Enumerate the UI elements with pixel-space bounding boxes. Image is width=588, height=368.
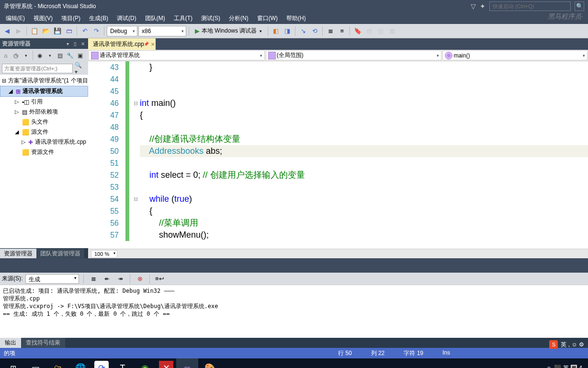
editor-zoom-bar: 100 % <box>88 249 588 258</box>
out-next-icon[interactable]: ↠ <box>115 274 125 284</box>
tab-close-icon[interactable]: ✕ <box>151 42 155 47</box>
config-combo[interactable]: Debug <box>107 26 137 36</box>
sync-icon[interactable]: ◉ <box>35 50 45 61</box>
tool-icon-1[interactable]: ◧ <box>271 26 281 36</box>
tool-icon-2[interactable]: ◨ <box>282 26 293 36</box>
output-source-combo[interactable]: 生成 <box>25 274 79 284</box>
save-all-icon[interactable]: 🗃 <box>64 26 74 36</box>
menu-分析(N)[interactable]: 分析(N) <box>225 13 252 23</box>
menu-测试(S)[interactable]: 测试(S) <box>197 13 224 23</box>
change-margin <box>125 61 131 249</box>
code-editor[interactable]: 434445464748495051525354555657 ⊟⊟ } int … <box>88 61 588 249</box>
menu-视图(V)[interactable]: 视图(V) <box>30 13 57 23</box>
editor-tab-active[interactable]: 通讯录管理系统.cpp 📌 ✕ <box>88 38 156 50</box>
solution-tree[interactable]: ⊟方案"通讯录管理系统"(1 个项目) ◢⊞ 通讯录管理系统 ▷▪◫ 引用 ▷▤… <box>0 75 88 248</box>
code-text[interactable]: } int main(){ //创建通讯录结构体变量 Addressbooks … <box>140 61 588 249</box>
status-ins: Ins <box>442 349 450 357</box>
uncomment-icon[interactable]: ≡ <box>337 26 347 36</box>
tree-headers[interactable]: 🟨 头文件 <box>0 117 88 127</box>
out-prev-icon[interactable]: ↞ <box>102 274 112 284</box>
feedback-icon[interactable]: ✦ <box>480 2 486 10</box>
close-icon[interactable]: ✕ <box>79 40 86 47</box>
notif-icon[interactable]: ▽ <box>471 2 476 10</box>
nav-scope-combo[interactable]: (全局范围) <box>266 50 442 60</box>
app-baidu-icon[interactable]: ⟳ <box>94 361 109 368</box>
tree-references[interactable]: ▷▪◫ 引用 <box>0 97 88 107</box>
visual-studio-icon[interactable]: ∞ <box>176 358 198 368</box>
browser-icon[interactable]: 🌐 <box>69 358 91 368</box>
tool-icon-a[interactable]: ▤ <box>364 26 374 36</box>
tab-solution-explorer[interactable]: 资源管理器 <box>0 249 36 258</box>
nav-project-combo[interactable]: 通讯录管理系统 <box>89 50 265 60</box>
nav-back-icon[interactable]: ◀ <box>2 26 12 36</box>
explorer-icon[interactable]: 🗂 <box>47 358 69 368</box>
menu-工具(T)[interactable]: 工具(T) <box>170 13 196 23</box>
tree-external[interactable]: ▷▤ 外部依赖项 <box>0 107 88 117</box>
line-gutter: 434445464748495051525354555657 <box>88 61 125 249</box>
new-project-icon[interactable]: 📋 <box>29 26 40 36</box>
tool-icon-c[interactable]: ▦ <box>387 26 397 36</box>
dropdown-icon[interactable]: ▾ <box>21 50 31 61</box>
show-all-icon[interactable]: ▤ <box>55 50 65 61</box>
pin-icon[interactable]: ▯ <box>72 40 79 47</box>
search-glass-icon[interactable]: 🔍▾ <box>73 62 86 75</box>
tool-icon-b[interactable]: ▥ <box>375 26 386 36</box>
task-view-icon[interactable]: ▭ <box>24 358 46 368</box>
menu-生成(B)[interactable]: 生成(B) <box>85 13 112 23</box>
open-file-icon[interactable]: 📂 <box>41 26 51 36</box>
status-bar: 的项 行 50 列 22 字符 19 Ins <box>0 348 588 358</box>
paint-icon[interactable]: 🎨 <box>199 358 221 368</box>
tree-sources[interactable]: ◢🟨 源文件 <box>0 127 88 137</box>
dropdown2-icon[interactable]: ▾ <box>45 50 55 61</box>
main-toolbar: ◀ ▶ 📋 📂 💾 🗃 ↶ ↷ Debug x86 ▶ 本地 Windows 调… <box>0 24 588 38</box>
output-text[interactable]: 已启动生成: 项目: 通讯录管理系统, 配置: Debug Win32 ——— … <box>0 285 588 338</box>
solution-root[interactable]: ⊟方案"通讯录管理系统"(1 个项目) <box>0 76 88 86</box>
solution-search-input[interactable] <box>2 64 73 73</box>
properties-icon[interactable]: 🔧 <box>65 50 75 61</box>
menu-调试(D)[interactable]: 调试(D) <box>113 13 140 23</box>
start-button[interactable]: ⊞ <box>2 358 24 368</box>
splitter[interactable] <box>0 258 588 273</box>
collapse-icon[interactable]: ▣ <box>75 50 85 61</box>
quick-launch-input[interactable] <box>489 1 571 11</box>
watermark: 黑马程序员· <box>548 12 583 21</box>
tab-find-symbol[interactable]: 查找符号结果 <box>21 338 65 348</box>
project-node[interactable]: ◢⊞ 通讯录管理系统 <box>0 86 88 97</box>
fold-column[interactable]: ⊟⊟ <box>131 61 140 249</box>
system-tray[interactable]: ᯤ ⬛ 英 🔳 4 <box>547 364 586 368</box>
undo-icon[interactable]: ↶ <box>79 26 90 36</box>
menu-团队(M)[interactable]: 团队(M) <box>141 13 169 23</box>
app-spiral-icon[interactable]: ◉ <box>134 358 156 368</box>
zoom-combo[interactable]: 100 % <box>91 250 117 258</box>
app-x-icon[interactable]: ✕ <box>159 361 173 368</box>
platform-combo[interactable]: x86 <box>138 26 186 36</box>
out-goto-icon[interactable]: ≣ <box>88 274 99 284</box>
menu-编辑(E)[interactable]: 编辑(E) <box>2 13 29 23</box>
home-icon[interactable]: ⌂ <box>1 50 11 61</box>
nav-function-combo[interactable]: main() <box>442 50 588 60</box>
out-clear-icon[interactable]: ⊗ <box>135 274 145 284</box>
search-icon[interactable]: 🔍 <box>575 1 584 11</box>
app-t-icon[interactable]: T <box>112 358 134 368</box>
tab-output[interactable]: 输出 <box>0 338 21 348</box>
panel-menu-icon[interactable]: ▾ <box>64 40 71 47</box>
editor-tabstrip: 通讯录管理系统.cpp 📌 ✕ <box>88 38 588 50</box>
menu-窗口(W)[interactable]: 窗口(W) <box>253 13 282 23</box>
menu-帮助(H)[interactable]: 帮助(H) <box>283 13 310 23</box>
menu-项目(P)[interactable]: 项目(P) <box>57 13 84 23</box>
out-wrap-icon[interactable]: ≡↩ <box>154 274 165 284</box>
save-icon[interactable]: 💾 <box>52 26 63 36</box>
step-over-icon[interactable]: ⟲ <box>309 26 320 36</box>
tab-team-explorer[interactable]: 团队资源管理器 <box>36 249 84 258</box>
tab-pin-icon[interactable]: 📌 <box>144 42 149 46</box>
step-into-icon[interactable]: ↘ <box>298 26 308 36</box>
refresh-icon[interactable]: ◷ <box>11 50 21 61</box>
tree-resources[interactable]: 🟨 资源文件 <box>0 147 88 157</box>
output-panel: 来源(S): 生成 ≣ ↞ ↠ ⊗ ≡↩ 已启动生成: 项目: 通讯录管理系统,… <box>0 273 588 338</box>
tree-cpp-file[interactable]: ▷✚ 通讯录管理系统.cpp <box>0 137 88 147</box>
ime-indicator[interactable]: S 英 , ☺ ⚙ <box>549 340 586 349</box>
redo-icon[interactable]: ↷ <box>91 26 102 36</box>
comment-icon[interactable]: ≣ <box>325 26 336 36</box>
bookmark-icon[interactable]: 🔖 <box>352 26 363 36</box>
start-debug-button[interactable]: ▶ 本地 Windows 调试器 ▾ <box>192 26 265 36</box>
